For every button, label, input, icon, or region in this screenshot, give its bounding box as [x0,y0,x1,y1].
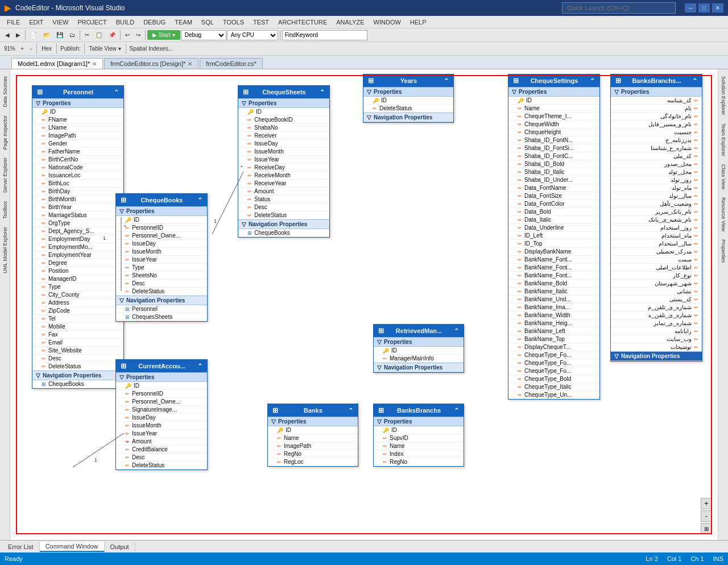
bottom-tab-errorlist[interactable]: Error List [2,542,40,551]
prop-personnel-nationalcode: ✏NationalCode [32,164,123,172]
tab-frmcs[interactable]: frmCodeEditor.cs* [200,58,263,69]
resource-view-label[interactable]: Resource View [719,195,727,234]
menu-file[interactable]: FILE [2,18,24,27]
class-view-label[interactable]: Class View [719,162,727,192]
menu-edit[interactable]: EDIT [24,18,48,27]
menu-team[interactable]: TEAM [170,18,197,27]
entity-currentaccount-header[interactable]: ⊞ CurrentAccou... ⌃ [116,360,207,372]
config-dropdown[interactable]: Debug Release [181,30,226,40]
find-keyword-input[interactable] [282,30,367,40]
copy-button[interactable]: 📋 [93,31,105,39]
entity-chequesheets-header[interactable]: ⊞ ChequeSheets ⌃ [238,86,329,98]
chequesheets-collapse[interactable]: ⌃ [320,89,325,96]
table-view-button[interactable]: Table View ▾ [86,44,124,53]
properties-label[interactable]: Properties [719,237,727,265]
prop-personnel-fathername: ✏FatherName [32,148,123,156]
entity-banks: ⊞ Banks ⌃ ▽ Properties 🔑ID ✏Name ✏ImageP… [267,404,358,467]
svg-text:1: 1 [94,457,97,463]
entity-chequebooks: ⊞ ChequeBooks ⌃ ▽ Properties 🔑ID ✏Person… [115,193,208,322]
entity-banksbranches-right-header[interactable]: ⊞ BanksBranchs... ⌃ [611,74,702,87]
save-all-button[interactable]: 🗂 [67,31,78,39]
menu-sql[interactable]: SQL [197,18,218,27]
prop-personnel-dept: ✏Dept_Agency_S... [32,227,123,235]
menu-tools[interactable]: TOOLS [218,18,249,27]
prop-personnel-birthday: ✏BirthDay [32,188,123,196]
bottom-tab-commandwindow[interactable]: Command Window [40,542,105,552]
toolbox-label[interactable]: Toolbox [1,199,9,221]
hex-button[interactable]: Hex [39,44,55,53]
entity-chequesettings-header[interactable]: ⊞ ChequeSettings ⌃ [508,74,599,87]
prop-personnel-position: ✏Position [32,267,123,275]
right-sidebar: Solution Explorer Team Explorer Class Vi… [718,69,728,540]
undo-button[interactable]: ↩ [122,31,133,39]
prop-personnel-mobile: ✏Mobile [32,323,123,331]
paste-button[interactable]: 📌 [106,31,118,39]
entity-banksbranches-right: ⊞ BanksBranchs... ⌃ ▽ Properties ✏کد_شنا… [610,74,702,362]
zoom-out-button[interactable]: - [27,44,35,53]
toolbar-1: ◀ ▶ 📄 📂 💾 🗂 ✂ 📋 📌 ↩ ↪ ▶ Start ▾ Debug Re… [0,28,728,42]
menu-debug[interactable]: DEBUG [139,18,170,27]
uml-model-explorer-label[interactable]: UML Model Explorer [1,225,9,276]
prop-personnel-birthyear: ✏BirthYear [32,203,123,211]
forward-button[interactable]: ▶ [13,31,23,39]
redo-button[interactable]: ↪ [133,31,143,39]
left-sidebar: Data Sources Page Inspector Server Explo… [0,69,10,540]
menu-architecture[interactable]: ARCHITECTURE [274,18,332,27]
start-button[interactable]: ▶ Start ▾ [147,30,180,40]
bottom-tabs-bar: Error List Command Window Output [0,540,728,552]
personnel-collapse[interactable]: ⌃ [114,89,119,96]
page-inspector-label[interactable]: Page Inspector [1,113,9,152]
minimize-button[interactable]: ─ [685,3,696,13]
zoom-in-diagram[interactable]: + [701,498,712,509]
platform-dropdown[interactable]: Any CPU [227,30,278,40]
menu-analyze[interactable]: ANALYZE [332,18,369,27]
status-col: Col 1 [667,555,682,562]
toolbar-2: 91% + - Hex Publish: Table View ▾ Spatia… [0,42,728,56]
back-button[interactable]: ◀ [2,31,13,39]
status-ch: Ch 1 [690,555,704,562]
entity-personnel-header[interactable]: ⊞ Personnel ⌃ [32,86,123,98]
team-explorer-label[interactable]: Team Explorer [719,121,727,159]
menu-view[interactable]: VIEW [48,18,73,27]
quick-launch-input[interactable] [562,2,676,14]
menu-help[interactable]: HELP [406,18,431,27]
zoom-controls: + - ⊞ [701,498,712,534]
zoom-in-button[interactable]: + [18,44,27,53]
prop-personnel-lname: ✏LName [32,124,123,132]
menu-test[interactable]: TEST [249,18,274,27]
entity-banksbranches: ⊞ BanksBranchs ⌃ ▽ Properties 🔑ID ✏SupvI… [373,404,464,467]
fit-diagram[interactable]: ⊞ [701,523,712,534]
prop-personnel-birthcertno: ✏BirthCertNo [32,156,123,164]
entity-years-header[interactable]: ⊞ Years ⌃ [363,74,453,87]
menu-project[interactable]: PROJECT [73,18,111,27]
prop-personnel-zipcode: ✏ZipCode [32,307,123,315]
tab-frmdesign-close[interactable]: ✕ [188,61,192,67]
nav-personnel-chequebooks: ⊞ChequeBooks [32,380,123,388]
menu-window[interactable]: WINDOW [369,18,406,27]
canvas-area[interactable]: 1 * 1 * 1 * ⊞ Personnel ⌃ ▽ Properties 🔑… [10,69,718,540]
data-sources-label[interactable]: Data Sources [1,74,9,110]
menu-build[interactable]: BUILD [111,18,139,27]
prop-personnel-fname: ✏FName [32,116,123,124]
cut-button[interactable]: ✂ [82,31,92,39]
chequebooks-collapse[interactable]: ⌃ [197,197,202,204]
entity-banksbranches-header[interactable]: ⊞ BanksBranchs ⌃ [374,404,464,417]
zoom-out-diagram[interactable]: - [701,510,712,522]
maximize-button[interactable]: □ [698,3,710,13]
open-button[interactable]: 📂 [40,31,53,39]
entity-chequebooks-header[interactable]: ⊞ ChequeBooks ⌃ [116,194,207,206]
solution-explorer-label[interactable]: Solution Explorer [719,74,727,118]
prop-personnel-email: ✏Email [32,339,123,347]
prop-personnel-type: ✏Type [32,283,123,291]
entity-banks-header[interactable]: ⊞ Banks ⌃ [268,404,358,417]
close-button[interactable]: ✕ [712,3,723,13]
new-file-button[interactable]: 📄 [27,31,40,39]
entity-personnel: ⊞ Personnel ⌃ ▽ Properties 🔑ID ✏FName ✏L… [32,85,124,389]
server-explorer-label[interactable]: Server Explorer [1,155,9,196]
bottom-tab-output[interactable]: Output [105,542,135,551]
tab-model1-close[interactable]: ✕ [92,61,97,67]
entity-retrievedman-header[interactable]: ⊞ RetrievedMan... ⌃ [374,325,464,337]
save-button[interactable]: 💾 [53,31,66,39]
tab-frmdesign[interactable]: frmCodeEditor.cs [Design]* ✕ [104,58,198,69]
tab-model1[interactable]: Model1.edmx [Diagram1]* ✕ [11,58,103,69]
